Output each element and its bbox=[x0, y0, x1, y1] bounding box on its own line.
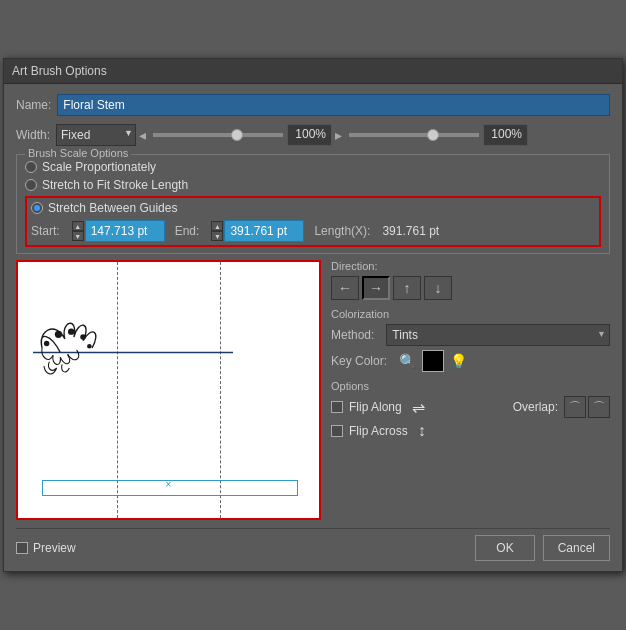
key-color-label: Key Color: bbox=[331, 354, 387, 368]
method-label: Method: bbox=[331, 328, 374, 342]
width-select[interactable]: Fixed bbox=[56, 124, 136, 146]
cancel-button[interactable]: Cancel bbox=[543, 535, 610, 561]
start-input[interactable] bbox=[85, 220, 165, 242]
preview-checkbox[interactable] bbox=[16, 542, 28, 554]
scale-proportionately-row[interactable]: Scale Proportionately bbox=[25, 160, 601, 174]
name-input[interactable] bbox=[57, 94, 610, 116]
start-label: Start: bbox=[31, 224, 60, 238]
name-label: Name: bbox=[16, 98, 51, 112]
end-spinner: ▲ ▼ bbox=[211, 221, 223, 241]
preview-check-group: Preview bbox=[16, 541, 76, 555]
start-spin-down[interactable]: ▼ bbox=[72, 231, 84, 241]
method-row: Method: Tints bbox=[331, 324, 610, 346]
options-label: Options bbox=[331, 380, 610, 392]
flip-across-row: Flip Across ↕ bbox=[331, 422, 610, 440]
flip-along-row: Flip Along ⇌ Overlap: ⌒ ⌒ bbox=[331, 396, 610, 418]
ok-button[interactable]: OK bbox=[475, 535, 534, 561]
end-input[interactable] bbox=[224, 220, 304, 242]
guides-inputs-row: Start: ▲ ▼ End: ▲ ▼ bbox=[31, 220, 595, 242]
length-label: Length(X): bbox=[314, 224, 370, 238]
svg-point-1 bbox=[44, 341, 49, 346]
flip-along-icon: ⇌ bbox=[412, 398, 425, 417]
scale-proportionately-label: Scale Proportionately bbox=[42, 160, 156, 174]
color-swatch[interactable] bbox=[422, 350, 444, 372]
dir-down-button[interactable]: ↓ bbox=[424, 276, 452, 300]
dialog-title: Art Brush Options bbox=[12, 64, 107, 78]
options-section: Options Flip Along ⇌ Overlap: ⌒ ⌒ Flip bbox=[331, 380, 610, 440]
right-panel: Direction: ← → ↑ ↓ Colorization Method: bbox=[331, 260, 610, 520]
end-spin-down[interactable]: ▼ bbox=[211, 231, 223, 241]
main-area: × Direction: ← → ↑ ↓ Colorization bbox=[16, 260, 610, 520]
flip-across-label: Flip Across bbox=[349, 424, 408, 438]
scale-options: Scale Proportionately Stretch to Fit Str… bbox=[25, 160, 601, 247]
flip-across-checkbox[interactable] bbox=[331, 425, 343, 437]
width-percent2[interactable]: 100% bbox=[483, 124, 528, 146]
svg-point-5 bbox=[87, 344, 92, 349]
key-color-row: Key Color: 🔍 💡 bbox=[331, 350, 610, 372]
action-buttons: OK Cancel bbox=[475, 535, 610, 561]
tints-select[interactable]: Tints bbox=[386, 324, 610, 346]
dir-up-button[interactable]: ↑ bbox=[393, 276, 421, 300]
flip-along-label: Flip Along bbox=[349, 400, 402, 414]
tints-select-wrapper: Tints bbox=[386, 324, 610, 346]
dir-left-button[interactable]: ← bbox=[331, 276, 359, 300]
end-label: End: bbox=[175, 224, 200, 238]
art-brush-options-dialog: Art Brush Options Name: Width: Fixed ◂ 1… bbox=[3, 58, 623, 572]
stretch-to-fit-row[interactable]: Stretch to Fit Stroke Length bbox=[25, 178, 601, 192]
preview-box: × bbox=[16, 260, 321, 520]
start-spin-up[interactable]: ▲ bbox=[72, 221, 84, 231]
dir-right-button[interactable]: → bbox=[362, 276, 390, 300]
brush-scale-section: Brush Scale Options Scale Proportionatel… bbox=[16, 154, 610, 254]
arrow-left-icon: ◂ bbox=[139, 127, 146, 143]
brush-scale-title: Brush Scale Options bbox=[25, 147, 131, 159]
stretch-between-radio[interactable] bbox=[31, 202, 43, 214]
length-value: 391.761 pt bbox=[382, 224, 439, 238]
start-spinner-group: ▲ ▼ bbox=[72, 220, 165, 242]
stretch-to-fit-label: Stretch to Fit Stroke Length bbox=[42, 178, 188, 192]
direction-label: Direction: bbox=[331, 260, 610, 272]
end-spinner-group: ▲ ▼ bbox=[211, 220, 304, 242]
stretch-between-section: Stretch Between Guides Start: ▲ ▼ End: bbox=[25, 196, 601, 247]
width-label: Width: bbox=[16, 128, 50, 142]
bottom-row: Preview OK Cancel bbox=[16, 528, 610, 561]
arrow-right-icon: ▸ bbox=[335, 127, 342, 143]
eyedropper-icon[interactable]: 🔍 bbox=[399, 353, 416, 369]
scale-proportionately-radio[interactable] bbox=[25, 161, 37, 173]
lightbulb-icon: 💡 bbox=[450, 353, 467, 369]
svg-point-4 bbox=[80, 334, 85, 339]
svg-point-3 bbox=[68, 328, 74, 334]
overlap-buttons: ⌒ ⌒ bbox=[564, 396, 610, 418]
start-spinner: ▲ ▼ bbox=[72, 221, 84, 241]
stretch-between-row[interactable]: Stretch Between Guides bbox=[31, 201, 595, 215]
colorization-label: Colorization bbox=[331, 308, 610, 320]
direction-buttons: ← → ↑ ↓ bbox=[331, 276, 610, 300]
direction-section: Direction: ← → ↑ ↓ bbox=[331, 260, 610, 300]
svg-point-2 bbox=[55, 331, 62, 338]
width-slider-left[interactable] bbox=[153, 133, 283, 137]
overlap-btn-2[interactable]: ⌒ bbox=[588, 396, 610, 418]
flip-along-checkbox[interactable] bbox=[331, 401, 343, 413]
overlap-label: Overlap: bbox=[513, 400, 558, 414]
preview-label: Preview bbox=[33, 541, 76, 555]
width-percent1[interactable]: 100% bbox=[287, 124, 332, 146]
stretch-to-fit-radio[interactable] bbox=[25, 179, 37, 191]
title-bar: Art Brush Options bbox=[4, 59, 622, 84]
width-slider-right[interactable] bbox=[349, 133, 479, 137]
stretch-between-label: Stretch Between Guides bbox=[48, 201, 177, 215]
x-marker: × bbox=[166, 479, 172, 490]
name-row: Name: bbox=[16, 94, 610, 116]
width-select-wrapper: Fixed bbox=[56, 124, 136, 146]
end-spin-up[interactable]: ▲ bbox=[211, 221, 223, 231]
floral-artwork bbox=[33, 288, 233, 408]
width-row: Width: Fixed ◂ 100% ▸ 100% bbox=[16, 124, 610, 146]
colorization-section: Colorization Method: Tints Key Color: 🔍 bbox=[331, 308, 610, 372]
overlap-btn-1[interactable]: ⌒ bbox=[564, 396, 586, 418]
flip-across-icon: ↕ bbox=[418, 422, 426, 440]
